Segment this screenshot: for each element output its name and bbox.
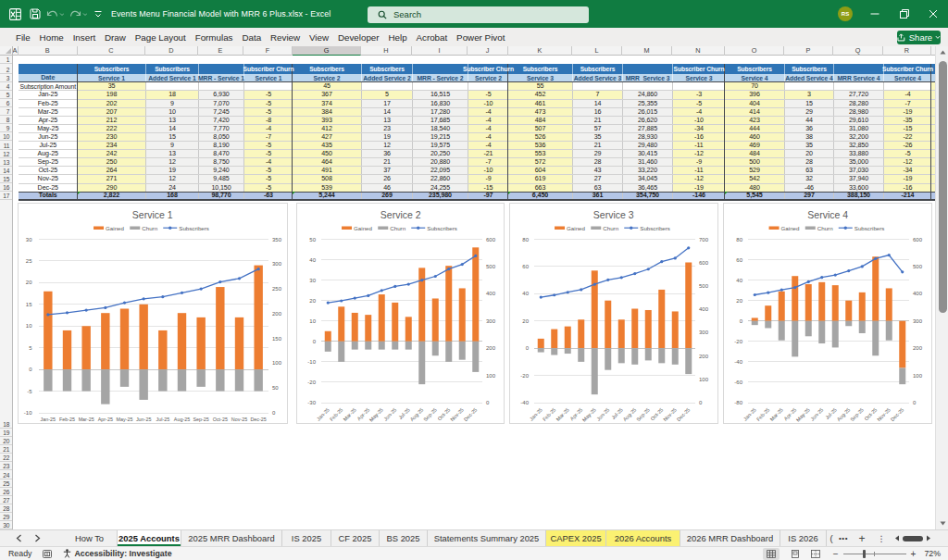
table-cell[interactable]: 12 [145, 175, 198, 183]
sheet-tab-2025-mrr-dashboard[interactable]: 2025 MRR Dashboard [181, 530, 282, 546]
totals-cell[interactable]: 297 [784, 192, 833, 200]
chart-service-1[interactable]: Service 1GainedChurnSubscribers-10-50510… [18, 203, 288, 425]
table-cell[interactable]: Subscribers [725, 64, 784, 74]
row-header-3[interactable]: 3 [0, 74, 12, 82]
table-cell[interactable]: 22,095 [412, 167, 468, 175]
table-cell[interactable] [412, 82, 468, 91]
table-cell[interactable]: -15 [468, 183, 508, 192]
table-cell[interactable]: -34 [672, 124, 725, 132]
table-cell[interactable]: 20,880 [412, 158, 468, 167]
table-cell[interactable]: Date [19, 74, 79, 82]
chart-service-4[interactable]: Service 4GainedChurnSubscribers-80-60-40… [723, 203, 933, 425]
table-cell[interactable]: 32,850 [833, 142, 883, 150]
hscroll-left-icon[interactable] [894, 535, 900, 541]
table-cell[interactable]: Added Service 3 [572, 74, 622, 82]
table-cell[interactable]: Subscribers [361, 64, 412, 74]
totals-cell[interactable]: 168 [145, 192, 198, 200]
ribbon-tab-insert[interactable]: Insert [69, 32, 100, 43]
table-cell[interactable] [883, 82, 931, 91]
sheet-tab-capex-2025[interactable]: CAPEX 2025 [546, 530, 606, 546]
table-cell[interactable]: 27,885 [622, 124, 672, 132]
table-cell[interactable]: 464 [293, 158, 361, 167]
scroll-down-icon[interactable] [936, 517, 948, 529]
table-cell[interactable]: 35 [78, 82, 145, 91]
table-cell[interactable]: 26 [361, 175, 412, 183]
row-header-23[interactable]: 23 [0, 462, 12, 470]
table-cell[interactable]: 619 [508, 175, 572, 183]
table-cell[interactable]: -5 [243, 167, 293, 175]
column-header-n[interactable]: N [672, 46, 725, 56]
table-cell[interactable]: 6,930 [198, 91, 243, 99]
hscroll-right-icon[interactable] [926, 535, 931, 541]
sheet-tab-2025-accounts[interactable]: 2025 Accounts [118, 530, 181, 546]
totals-cell[interactable]: -214 [883, 192, 931, 200]
row-header-30[interactable]: 30 [0, 521, 12, 529]
row-header-25[interactable]: 25 [0, 479, 12, 488]
table-cell[interactable]: 508 [293, 175, 361, 183]
table-cell[interactable]: -34 [883, 167, 931, 175]
table-cell[interactable]: 29 [572, 150, 622, 158]
column-header-r[interactable]: R [883, 46, 931, 56]
hscroll-thumb[interactable] [903, 536, 923, 541]
table-cell[interactable]: 29,610 [833, 116, 883, 124]
row-header-9[interactable]: 9 [0, 124, 12, 132]
totals-cell[interactable]: 5,244 [293, 192, 361, 200]
ribbon-tab-file[interactable]: File [11, 32, 35, 43]
scrollbar-thumb[interactable] [939, 61, 947, 313]
table-cell[interactable]: 222 [78, 124, 145, 132]
sheet-tab-2026-mrr-dashboard[interactable]: 2026 MRR Dashboard [680, 530, 780, 546]
table-cell[interactable]: Jan-25 [19, 91, 79, 99]
table-cell[interactable]: 16,515 [412, 91, 468, 99]
row-header-11[interactable]: 11 [0, 142, 12, 150]
table-cell[interactable]: 13 [361, 116, 412, 124]
table-cell[interactable]: 290 [78, 183, 145, 192]
table-cell[interactable]: 27 [572, 175, 622, 183]
table-cell[interactable]: 12 [145, 158, 198, 167]
row-header-15[interactable]: 15 [0, 175, 12, 183]
table-cell[interactable]: 16 [572, 107, 622, 116]
row-header-10[interactable]: 10 [0, 132, 12, 141]
table-cell[interactable]: 33,880 [833, 150, 883, 158]
table-cell[interactable]: -4 [468, 116, 508, 124]
table-cell[interactable]: 32 [784, 175, 833, 183]
table-cell[interactable]: 20 [784, 150, 833, 158]
table-cell[interactable]: 38 [784, 132, 833, 141]
row-header-1[interactable]: 1 [0, 56, 12, 64]
table-cell[interactable]: 14 [361, 107, 412, 116]
table-cell[interactable]: -5 [243, 99, 293, 107]
page-layout-view-icon[interactable] [791, 550, 800, 558]
vertical-scrollbar[interactable] [935, 46, 948, 529]
sheet-tab-scrollbar[interactable] [894, 530, 931, 546]
table-cell[interactable]: 21 [572, 142, 622, 150]
sheet-tab-how-to[interactable]: How To [62, 530, 118, 546]
table-cell[interactable]: MRR - Service 1 [198, 74, 243, 82]
table-cell[interactable]: Service 1 [78, 74, 145, 82]
table-cell[interactable]: -11 [672, 167, 725, 175]
table-cell[interactable]: 29,480 [622, 142, 672, 150]
column-header-j[interactable]: J [468, 46, 508, 56]
table-cell[interactable]: 55 [508, 82, 572, 91]
table-cell[interactable]: 10,150 [198, 183, 243, 192]
table-cell[interactable] [622, 64, 672, 74]
redo-button[interactable] [68, 0, 88, 28]
table-cell[interactable]: -12 [883, 158, 931, 167]
table-cell[interactable]: 404 [725, 99, 784, 107]
row-header-7[interactable]: 7 [0, 107, 12, 116]
table-cell[interactable]: 15 [145, 132, 198, 141]
scroll-up-icon[interactable] [936, 46, 948, 58]
table-cell[interactable]: 374 [293, 99, 361, 107]
table-cell[interactable]: -19 [883, 175, 931, 183]
table-cell[interactable]: 32,200 [833, 132, 883, 141]
table-cell[interactable]: -4 [883, 91, 931, 99]
table-cell[interactable]: -5 [243, 142, 293, 150]
table-cell[interactable]: 8,050 [198, 132, 243, 141]
table-cell[interactable]: 33,600 [833, 183, 883, 192]
totals-cell[interactable]: -97 [468, 192, 508, 200]
table-cell[interactable]: Subscribers [78, 64, 145, 74]
table-cell[interactable]: Aug-25 [19, 150, 79, 158]
table-cell[interactable]: -9 [468, 175, 508, 183]
row-header-12[interactable]: 12 [0, 150, 12, 158]
table-cell[interactable]: 452 [508, 91, 572, 99]
table-cell[interactable]: -10 [468, 99, 508, 107]
table-cell[interactable] [833, 82, 883, 91]
